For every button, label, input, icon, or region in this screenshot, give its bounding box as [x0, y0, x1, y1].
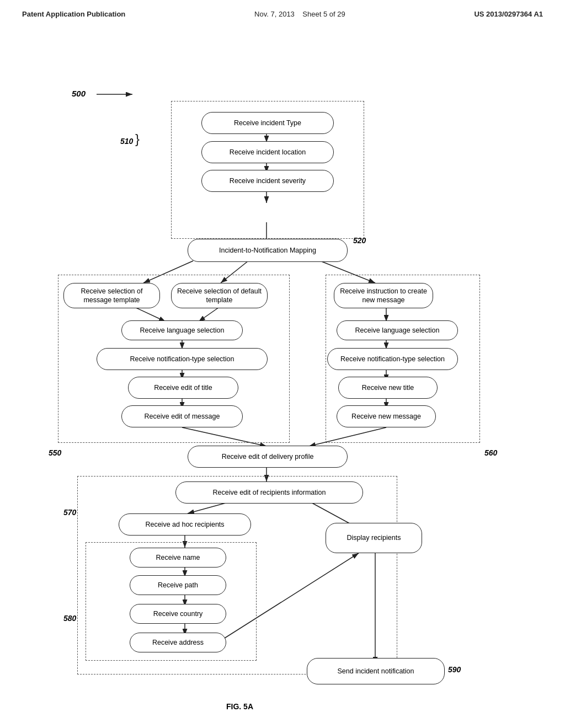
receive-notif-type-left: Receive notification-type selection — [97, 348, 268, 370]
label-560: 560 — [484, 448, 497, 457]
header-center: Nov. 7, 2013 Sheet 5 of 29 — [254, 10, 345, 18]
receive-incident-severity: Receive incident severity — [201, 170, 334, 192]
receive-name: Receive name — [130, 548, 226, 568]
receive-new-title: Receive new title — [338, 377, 438, 399]
receive-address: Receive address — [130, 633, 226, 652]
receive-selection-default: Receive selection of default template — [171, 283, 268, 308]
label-520: 520 — [353, 236, 366, 245]
receive-incident-type: Receive incident Type — [201, 112, 334, 134]
label-500: 500 — [72, 89, 86, 98]
receive-new-message: Receive new message — [337, 405, 436, 427]
diagram-area: 500 510 } Receive incident Type Receive … — [0, 29, 565, 713]
receive-ad-hoc: Receive ad hoc recipients — [119, 513, 251, 536]
label-590: 590 — [448, 665, 461, 674]
receive-edit-title: Receive edit of title — [128, 377, 238, 399]
label-580: 580 — [63, 614, 76, 623]
receive-instruction-create: Receive instruction to create new messag… — [334, 283, 433, 308]
incident-mapping: Incident-to-Notification Mapping — [188, 239, 348, 262]
display-recipients: Display recipients — [326, 523, 422, 553]
label-550: 550 — [49, 448, 61, 457]
header-left: Patent Application Publication — [22, 10, 125, 18]
receive-language-right: Receive language selection — [337, 320, 458, 340]
receive-selection-message: Receive selection of message template — [63, 283, 160, 308]
receive-edit-recipients: Receive edit of recipients information — [175, 481, 363, 504]
receive-language-left: Receive language selection — [121, 320, 243, 340]
receive-edit-message: Receive edit of message — [121, 405, 243, 427]
brace-510: } — [135, 131, 140, 147]
label-570: 570 — [63, 508, 76, 517]
header-right: US 2013/0297364 A1 — [474, 10, 543, 18]
label-510: 510 — [120, 137, 133, 146]
receive-notif-type-right: Receive notification-type selection — [327, 348, 458, 370]
receive-path: Receive path — [130, 575, 226, 595]
receive-incident-location: Receive incident location — [201, 141, 334, 163]
send-incident-notification: Send incident notification — [307, 658, 445, 684]
receive-country: Receive country — [130, 604, 226, 624]
receive-edit-delivery: Receive edit of delivery profile — [188, 446, 348, 468]
fig-label: FIG. 5A — [226, 702, 253, 711]
